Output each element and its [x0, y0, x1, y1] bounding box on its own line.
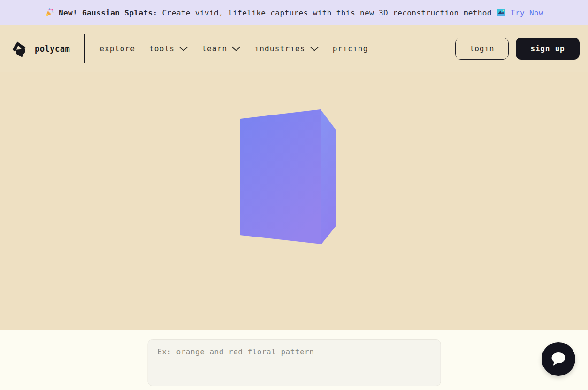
- banner-text: Create vivid, lifelike captures with thi…: [162, 8, 492, 17]
- party-popper-icon: [45, 8, 54, 17]
- speech-bubble-icon: [550, 351, 567, 367]
- header-divider: [84, 34, 85, 63]
- main-nav: explore tools learn industries pricing: [99, 44, 368, 53]
- chevron-down-icon: [232, 46, 240, 51]
- cube-side-face: [321, 109, 336, 244]
- chat-widget-button[interactable]: [542, 342, 575, 376]
- nav-item-tools[interactable]: tools: [149, 44, 188, 53]
- nav-item-learn[interactable]: learn: [202, 44, 240, 53]
- nav-item-explore[interactable]: explore: [99, 44, 135, 53]
- landscape-icon: [496, 8, 506, 17]
- brand-wordmark[interactable]: polycam: [35, 44, 70, 54]
- login-button[interactable]: login: [455, 38, 509, 60]
- nav-item-industries[interactable]: industries: [254, 44, 318, 53]
- chevron-down-icon: [179, 46, 188, 51]
- texture-prompt-input[interactable]: [147, 339, 441, 386]
- polycam-logo-icon[interactable]: [12, 40, 27, 58]
- try-now-link[interactable]: Try Now: [511, 8, 543, 17]
- nav-item-pricing[interactable]: pricing: [333, 44, 368, 53]
- chevron-down-icon: [310, 46, 319, 51]
- site-header: polycam explore tools learn industries p…: [0, 25, 588, 72]
- prompt-section: [0, 330, 588, 390]
- signup-button[interactable]: sign up: [516, 38, 580, 60]
- cube-front-face: [240, 109, 321, 244]
- gradient-cube-3d-object[interactable]: [0, 72, 588, 330]
- banner-highlight: New! Gaussian Splats:: [59, 8, 158, 17]
- announcement-banner: New! Gaussian Splats: Create vivid, life…: [0, 0, 588, 25]
- hero-3d-viewer[interactable]: [0, 72, 588, 330]
